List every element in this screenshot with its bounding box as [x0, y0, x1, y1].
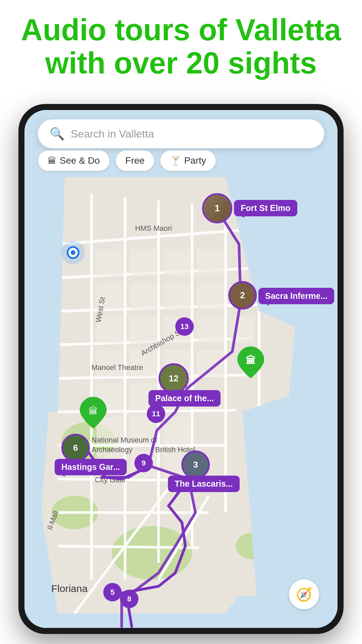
city-gate-label: City Gate [95, 476, 126, 484]
tour-stop-1[interactable]: 1 Fort St Elmo [202, 193, 232, 223]
tour-stop-2[interactable]: 2 Sacra Inferme... [228, 281, 257, 310]
search-icon: 🔍 [50, 127, 65, 141]
national-museum-label: National Museum of Archaeology [92, 435, 159, 454]
svg-rect-37 [231, 316, 254, 343]
marker-9[interactable]: 9 [134, 454, 153, 472]
svg-rect-32 [197, 283, 224, 310]
svg-rect-27 [164, 249, 190, 276]
svg-text:🏛: 🏛 [246, 355, 256, 366]
fort-st-elmo-tooltip: Fort St Elmo [234, 200, 297, 216]
filter-party[interactable]: 🍸 Party [160, 150, 216, 171]
marker-13[interactable]: 13 [175, 317, 194, 336]
tour-stop-12[interactable]: 12 Palace of the... [159, 363, 189, 393]
tour-stop-3[interactable]: 3 The Lascaris... [181, 450, 210, 479]
svg-rect-47 [164, 417, 190, 444]
svg-text:🏛: 🏛 [88, 406, 98, 416]
filter-see-do[interactable]: 🏛 See & Do [38, 150, 110, 171]
museum-pin-2[interactable]: 🏛 [80, 397, 107, 430]
search-input[interactable]: Search in Valletta [71, 128, 154, 140]
phone-frame: 🔍 Search in Valletta 🏛 See & Do Free 🍸 P… [18, 104, 344, 634]
svg-rect-31 [164, 283, 190, 310]
sacra-infermeria-tooltip: Sacra Inferme... [258, 288, 334, 304]
see-do-icon: 🏛 [48, 156, 56, 166]
compass[interactable]: 🧭 [289, 579, 319, 609]
filter-row: 🏛 See & Do Free 🍸 Party [38, 150, 216, 171]
map-area: 🔍 Search in Valletta 🏛 See & Do Free 🍸 P… [24, 110, 338, 628]
floriana-label: Floriana [51, 583, 87, 594]
compass-icon: 🧭 [296, 587, 312, 602]
manoel-theatre-label: Manoel Theatre [92, 363, 143, 372]
hms-maori-label: HMS Maori [135, 224, 172, 233]
svg-rect-30 [130, 283, 157, 310]
svg-rect-34 [130, 316, 157, 343]
filter-party-label: Party [184, 155, 206, 166]
filter-free-label: Free [125, 155, 145, 166]
search-bar[interactable]: 🔍 Search in Valletta [38, 119, 324, 148]
user-location [61, 241, 85, 264]
svg-rect-41 [197, 350, 224, 377]
filter-see-do-label: See & Do [60, 155, 100, 166]
museum-pin-1[interactable]: 🏛 [237, 346, 264, 380]
svg-rect-28 [197, 249, 224, 276]
page-header: Audio tours of Valletta with over 20 sig… [0, 0, 362, 90]
svg-rect-26 [130, 249, 157, 276]
filter-free[interactable]: Free [116, 150, 155, 171]
party-icon: 🍸 [170, 156, 181, 166]
palace-tooltip: Palace of the... [148, 390, 221, 407]
svg-rect-36 [197, 316, 224, 343]
phone-screen: 🔍 Search in Valletta 🏛 See & Do Free 🍸 P… [24, 110, 338, 628]
hastings-tooltip: Hastings Gar... [55, 459, 127, 475]
svg-rect-25 [97, 249, 123, 276]
marker-8[interactable]: 8 [120, 590, 138, 608]
lascaris-tooltip: The Lascaris... [168, 476, 240, 492]
header-title: Audio tours of Valletta with over 20 sig… [20, 13, 342, 80]
svg-marker-52 [24, 177, 65, 412]
marker-5[interactable]: 5 [103, 583, 122, 601]
tour-stop-6[interactable]: 6 Hastings Gar... [61, 434, 90, 462]
